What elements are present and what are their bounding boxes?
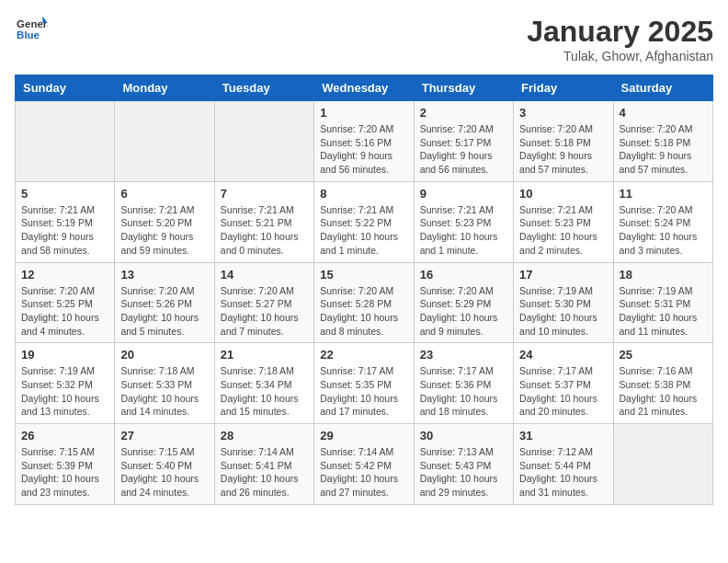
calendar-subtitle: Tulak, Ghowr, Afghanistan — [527, 49, 713, 63]
day-number: 8 — [320, 187, 407, 201]
day-detail: Sunrise: 7:20 AMSunset: 5:17 PMDaylight:… — [420, 122, 507, 177]
day-detail: Sunrise: 7:19 AMSunset: 5:30 PMDaylight:… — [519, 284, 607, 339]
calendar-day-cell: 5Sunrise: 7:21 AMSunset: 5:19 PMDaylight… — [16, 181, 115, 262]
calendar-body: 1Sunrise: 7:20 AMSunset: 5:16 PMDaylight… — [16, 101, 713, 505]
day-detail: Sunrise: 7:20 AMSunset: 5:28 PMDaylight:… — [320, 284, 407, 339]
day-number: 30 — [420, 429, 507, 442]
calendar-day-cell: 28Sunrise: 7:14 AMSunset: 5:41 PMDayligh… — [214, 424, 313, 505]
day-number: 17 — [519, 268, 607, 282]
day-number: 12 — [21, 268, 108, 282]
calendar-day-cell — [16, 101, 115, 182]
calendar-day-cell: 8Sunrise: 7:21 AMSunset: 5:22 PMDaylight… — [314, 181, 414, 262]
day-number: 3 — [519, 106, 607, 120]
day-number: 7 — [221, 187, 308, 201]
calendar-day-cell — [214, 101, 313, 182]
logo-icon: General Blue — [15, 15, 48, 42]
day-number: 22 — [320, 348, 407, 362]
day-detail: Sunrise: 7:19 AMSunset: 5:32 PMDaylight:… — [21, 364, 108, 419]
day-number: 26 — [21, 429, 108, 442]
calendar-day-cell: 21Sunrise: 7:18 AMSunset: 5:34 PMDayligh… — [214, 343, 313, 424]
calendar-week-row: 5Sunrise: 7:21 AMSunset: 5:19 PMDaylight… — [16, 181, 713, 262]
calendar-day-cell: 4Sunrise: 7:20 AMSunset: 5:18 PMDaylight… — [613, 101, 712, 182]
day-detail: Sunrise: 7:15 AMSunset: 5:40 PMDaylight:… — [120, 445, 208, 500]
calendar-week-row: 19Sunrise: 7:19 AMSunset: 5:32 PMDayligh… — [16, 343, 713, 424]
calendar-day-cell: 9Sunrise: 7:21 AMSunset: 5:23 PMDaylight… — [414, 181, 513, 262]
calendar-day-cell: 6Sunrise: 7:21 AMSunset: 5:20 PMDaylight… — [115, 181, 214, 262]
day-detail: Sunrise: 7:20 AMSunset: 5:18 PMDaylight:… — [519, 122, 607, 177]
calendar-day-cell: 11Sunrise: 7:20 AMSunset: 5:24 PMDayligh… — [613, 181, 712, 262]
calendar-title: January 2025 — [527, 15, 713, 49]
day-detail: Sunrise: 7:21 AMSunset: 5:22 PMDaylight:… — [320, 203, 407, 258]
weekday-header-row: SundayMondayTuesdayWednesdayThursdayFrid… — [16, 75, 713, 101]
calendar-day-cell: 12Sunrise: 7:20 AMSunset: 5:25 PMDayligh… — [16, 262, 115, 343]
calendar-day-cell: 7Sunrise: 7:21 AMSunset: 5:21 PMDaylight… — [214, 181, 313, 262]
day-number: 19 — [21, 348, 108, 362]
day-detail: Sunrise: 7:21 AMSunset: 5:21 PMDaylight:… — [221, 203, 308, 258]
day-detail: Sunrise: 7:21 AMSunset: 5:23 PMDaylight:… — [519, 203, 607, 258]
day-number: 11 — [620, 187, 707, 201]
day-detail: Sunrise: 7:20 AMSunset: 5:16 PMDaylight:… — [320, 122, 407, 177]
weekday-header-cell: Sunday — [16, 75, 115, 101]
calendar-day-cell: 29Sunrise: 7:14 AMSunset: 5:42 PMDayligh… — [314, 424, 414, 505]
calendar-day-cell: 18Sunrise: 7:19 AMSunset: 5:31 PMDayligh… — [613, 262, 712, 343]
calendar-day-cell: 20Sunrise: 7:18 AMSunset: 5:33 PMDayligh… — [115, 343, 214, 424]
day-number: 21 — [221, 348, 308, 362]
day-number: 20 — [120, 348, 208, 362]
day-number: 5 — [21, 187, 108, 201]
day-number: 4 — [620, 106, 707, 120]
calendar-day-cell: 10Sunrise: 7:21 AMSunset: 5:23 PMDayligh… — [514, 181, 613, 262]
calendar-day-cell: 16Sunrise: 7:20 AMSunset: 5:29 PMDayligh… — [414, 262, 513, 343]
calendar-day-cell: 15Sunrise: 7:20 AMSunset: 5:28 PMDayligh… — [314, 262, 414, 343]
day-detail: Sunrise: 7:20 AMSunset: 5:26 PMDaylight:… — [120, 284, 208, 339]
calendar-day-cell: 27Sunrise: 7:15 AMSunset: 5:40 PMDayligh… — [115, 424, 214, 505]
calendar-day-cell: 19Sunrise: 7:19 AMSunset: 5:32 PMDayligh… — [16, 343, 115, 424]
day-number: 16 — [420, 268, 507, 282]
day-detail: Sunrise: 7:18 AMSunset: 5:34 PMDaylight:… — [221, 364, 308, 419]
day-detail: Sunrise: 7:21 AMSunset: 5:23 PMDaylight:… — [420, 203, 507, 258]
day-detail: Sunrise: 7:20 AMSunset: 5:24 PMDaylight:… — [620, 203, 707, 258]
weekday-header-cell: Tuesday — [214, 75, 313, 101]
calendar-day-cell: 17Sunrise: 7:19 AMSunset: 5:30 PMDayligh… — [514, 262, 613, 343]
calendar-day-cell: 24Sunrise: 7:17 AMSunset: 5:37 PMDayligh… — [514, 343, 613, 424]
day-detail: Sunrise: 7:20 AMSunset: 5:29 PMDaylight:… — [420, 284, 507, 339]
calendar-day-cell: 23Sunrise: 7:17 AMSunset: 5:36 PMDayligh… — [414, 343, 513, 424]
weekday-header-cell: Friday — [514, 75, 613, 101]
page-header: General Blue January 2025 Tulak, Ghowr, … — [15, 15, 713, 63]
day-detail: Sunrise: 7:14 AMSunset: 5:41 PMDaylight:… — [221, 445, 308, 500]
day-detail: Sunrise: 7:17 AMSunset: 5:37 PMDaylight:… — [519, 364, 607, 419]
calendar-week-row: 1Sunrise: 7:20 AMSunset: 5:16 PMDaylight… — [16, 101, 713, 182]
day-number: 27 — [120, 429, 208, 442]
day-detail: Sunrise: 7:20 AMSunset: 5:18 PMDaylight:… — [620, 122, 707, 177]
day-number: 28 — [221, 429, 308, 442]
day-detail: Sunrise: 7:21 AMSunset: 5:20 PMDaylight:… — [120, 203, 208, 258]
svg-text:Blue: Blue — [17, 29, 40, 40]
calendar-day-cell: 26Sunrise: 7:15 AMSunset: 5:39 PMDayligh… — [16, 424, 115, 505]
calendar-day-cell: 30Sunrise: 7:13 AMSunset: 5:43 PMDayligh… — [414, 424, 513, 505]
day-number: 14 — [221, 268, 308, 282]
logo: General Blue — [15, 15, 48, 42]
day-detail: Sunrise: 7:21 AMSunset: 5:19 PMDaylight:… — [21, 203, 108, 258]
day-number: 18 — [620, 268, 707, 282]
day-detail: Sunrise: 7:14 AMSunset: 5:42 PMDaylight:… — [320, 445, 407, 500]
weekday-header-cell: Saturday — [613, 75, 712, 101]
calendar-day-cell: 3Sunrise: 7:20 AMSunset: 5:18 PMDaylight… — [514, 101, 613, 182]
day-number: 1 — [320, 106, 407, 120]
title-block: January 2025 Tulak, Ghowr, Afghanistan — [527, 15, 713, 63]
day-detail: Sunrise: 7:12 AMSunset: 5:44 PMDaylight:… — [519, 445, 607, 500]
day-number: 23 — [420, 348, 507, 362]
day-number: 24 — [519, 348, 607, 362]
calendar-week-row: 26Sunrise: 7:15 AMSunset: 5:39 PMDayligh… — [16, 424, 713, 505]
day-detail: Sunrise: 7:18 AMSunset: 5:33 PMDaylight:… — [120, 364, 208, 419]
day-detail: Sunrise: 7:19 AMSunset: 5:31 PMDaylight:… — [620, 284, 707, 339]
day-number: 15 — [320, 268, 407, 282]
day-detail: Sunrise: 7:16 AMSunset: 5:38 PMDaylight:… — [620, 364, 707, 419]
day-number: 31 — [519, 429, 607, 442]
calendar-day-cell — [115, 101, 214, 182]
day-detail: Sunrise: 7:20 AMSunset: 5:27 PMDaylight:… — [221, 284, 308, 339]
day-number: 29 — [320, 429, 407, 442]
calendar-day-cell — [613, 424, 712, 505]
day-detail: Sunrise: 7:17 AMSunset: 5:35 PMDaylight:… — [320, 364, 407, 419]
calendar-day-cell: 31Sunrise: 7:12 AMSunset: 5:44 PMDayligh… — [514, 424, 613, 505]
calendar-day-cell: 13Sunrise: 7:20 AMSunset: 5:26 PMDayligh… — [115, 262, 214, 343]
calendar-day-cell: 25Sunrise: 7:16 AMSunset: 5:38 PMDayligh… — [613, 343, 712, 424]
